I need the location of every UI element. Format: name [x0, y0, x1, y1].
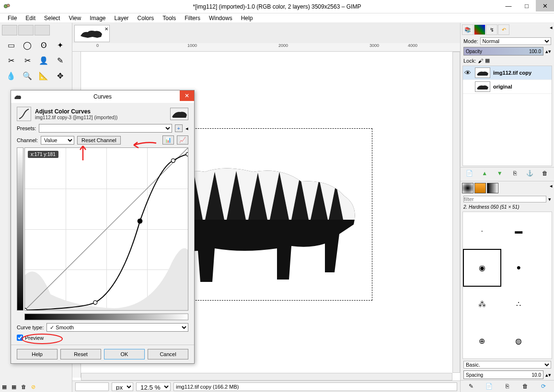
menu-file[interactable]: File [4, 14, 21, 22]
dock-tab-undo[interactable]: ↶ [498, 24, 509, 35]
reset-channel-button[interactable]: Reset Channel [77, 136, 121, 145]
brush-item[interactable]: ⊛ [537, 286, 552, 323]
new-layer-button[interactable]: 📄 [465, 169, 474, 178]
brush-grid[interactable]: · ▬ ▪ ● ◉ ✦ ✧ ◉ ● ● ★ ✢ ❋ ✺ ⁂ ∴ ⊛ ※ ⁘ ✱ [462, 212, 552, 359]
lock-pixels-icon[interactable]: 🖌 [478, 58, 483, 64]
tab-close-icon[interactable]: ✕ [104, 26, 108, 32]
brush-item[interactable]: ⊕ [464, 323, 500, 359]
tool-free-select[interactable]: ʘ [36, 38, 51, 52]
tool-foreground[interactable]: 👤 [36, 54, 51, 67]
delete-brush-button[interactable]: 🗑 [521, 382, 530, 391]
toolbox-status-3[interactable]: 🗑 [21, 384, 26, 390]
tool-measure[interactable]: 📐 [36, 69, 51, 82]
tool-move[interactable]: ✥ [53, 69, 67, 82]
dock-tab-layers[interactable]: 📚 [462, 24, 473, 35]
presets-select[interactable] [39, 124, 172, 133]
curve-plot[interactable]: x:171 y:181 [24, 147, 188, 311]
layer-list[interactable]: 👁 img112.tif copy original [462, 66, 552, 166]
channel-select[interactable]: Value [41, 136, 74, 145]
brush-item[interactable]: ◍ [501, 323, 537, 359]
linear-histogram-button[interactable]: 📈 [177, 135, 188, 145]
canvas-scrollbar-v[interactable] [452, 52, 460, 373]
toolbox-tab-3[interactable] [35, 25, 50, 35]
status-unit-select[interactable]: px [112, 382, 133, 391]
duplicate-layer-button[interactable]: ⎘ [510, 169, 519, 178]
dialog-titlebar[interactable]: Curves ✕ [11, 90, 194, 103]
brush-item[interactable]: ▬ [501, 213, 537, 249]
lower-layer-button[interactable]: ▼ [496, 169, 504, 178]
brush-item[interactable]: ⊗ [537, 323, 552, 359]
menu-edit[interactable]: Edit [22, 14, 39, 22]
toolbox-status-1[interactable]: ▦ [2, 384, 7, 390]
dock-tab-channels[interactable] [474, 24, 485, 35]
menu-image[interactable]: Image [86, 14, 109, 22]
maximize-button[interactable]: □ [518, 0, 536, 11]
cancel-button[interactable]: Cancel [148, 349, 188, 359]
brush-preset-select[interactable]: Basic. [463, 361, 551, 369]
duplicate-brush-button[interactable]: ⎘ [503, 382, 511, 391]
delete-layer-button[interactable]: 🗑 [541, 169, 549, 178]
brush-item[interactable]: · [464, 213, 500, 249]
brush-tab-2[interactable] [474, 183, 486, 193]
tool-color-picker[interactable]: 💧 [4, 69, 18, 82]
preset-menu-icon[interactable]: ◂ [185, 125, 188, 132]
layer-row[interactable]: 👁 img112.tif copy [463, 66, 552, 80]
menu-windows[interactable]: Windows [205, 14, 236, 22]
preview-checkbox[interactable] [17, 335, 23, 341]
brush-item[interactable]: ▪ [537, 213, 552, 249]
menu-colors[interactable]: Colors [134, 14, 158, 22]
spacing-spinner[interactable]: ▴▾ [545, 372, 551, 378]
brush-item[interactable]: ● [537, 250, 552, 286]
dialog-close-button[interactable]: ✕ [180, 90, 194, 101]
menu-view[interactable]: View [65, 14, 85, 22]
brush-tab-3[interactable] [487, 183, 498, 193]
minimize-button[interactable]: — [499, 0, 518, 11]
filter-dropdown-icon[interactable]: ▾ [548, 196, 551, 202]
refresh-brush-button[interactable]: ⟳ [539, 382, 548, 391]
edit-brush-button[interactable]: ✎ [467, 382, 475, 391]
image-tab[interactable]: ✕ [74, 25, 110, 42]
menu-help[interactable]: Help [237, 14, 257, 22]
dock-tab-paths[interactable]: ↯ [486, 24, 497, 35]
add-preset-button[interactable]: + [175, 124, 183, 132]
toolbox-tab-2[interactable] [18, 25, 34, 35]
brush-filter-input[interactable] [463, 196, 546, 202]
opacity-slider[interactable]: Opacity 100.0 [463, 47, 543, 56]
tool-ellipse-select[interactable]: ◯ [20, 38, 35, 52]
toolbox-status-2[interactable]: ▦ [12, 384, 16, 390]
close-button[interactable]: ✕ [536, 0, 554, 11]
ok-button[interactable]: OK [104, 349, 145, 359]
anchor-layer-button[interactable]: ⚓ [526, 169, 534, 178]
mode-select[interactable]: Normal [480, 37, 551, 45]
toolbox-status-4[interactable]: ⊘ [31, 384, 35, 390]
new-brush-button[interactable]: 📄 [485, 382, 494, 391]
menu-filters[interactable]: Filters [181, 14, 204, 22]
brush-menu-icon[interactable]: ◂ [550, 183, 553, 193]
menu-select[interactable]: Select [40, 14, 64, 22]
curve-type-select[interactable]: ✓ Smooth [46, 323, 188, 332]
tool-crop[interactable]: ✂ [4, 54, 18, 67]
brush-tab-1[interactable] [462, 183, 473, 193]
tool-fuzzy-select[interactable]: ✦ [53, 38, 67, 52]
raise-layer-button[interactable]: ▲ [480, 169, 489, 178]
tool-zoom[interactable]: 🔍 [20, 69, 35, 82]
canvas-scrollbar-h[interactable] [81, 373, 452, 381]
lock-alpha-icon[interactable]: ▦ [485, 57, 490, 64]
tool-rect-select[interactable]: ▭ [4, 38, 18, 52]
toolbox-tab-1[interactable] [2, 25, 17, 35]
log-histogram-button[interactable]: 📊 [162, 135, 174, 145]
brush-item[interactable]: ◉ [464, 250, 500, 286]
reset-button[interactable]: Reset [60, 349, 101, 359]
layer-row[interactable]: original [463, 80, 552, 94]
menu-tools[interactable]: Tools [159, 14, 180, 22]
brush-item[interactable]: ⁂ [464, 286, 500, 323]
menu-layer[interactable]: Layer [111, 14, 133, 22]
brush-item[interactable]: ∴ [501, 286, 537, 323]
spacing-slider[interactable]: Spacing 10.0 [463, 370, 543, 379]
help-button[interactable]: Help [17, 349, 58, 359]
opacity-spinner[interactable]: ▴▾ [545, 48, 551, 55]
status-zoom-select[interactable]: 12.5 % [136, 382, 171, 391]
tool-paths[interactable]: ✎ [53, 54, 67, 67]
brush-item[interactable]: ● [501, 250, 537, 286]
tool-scissors[interactable]: ✂ [20, 54, 35, 67]
